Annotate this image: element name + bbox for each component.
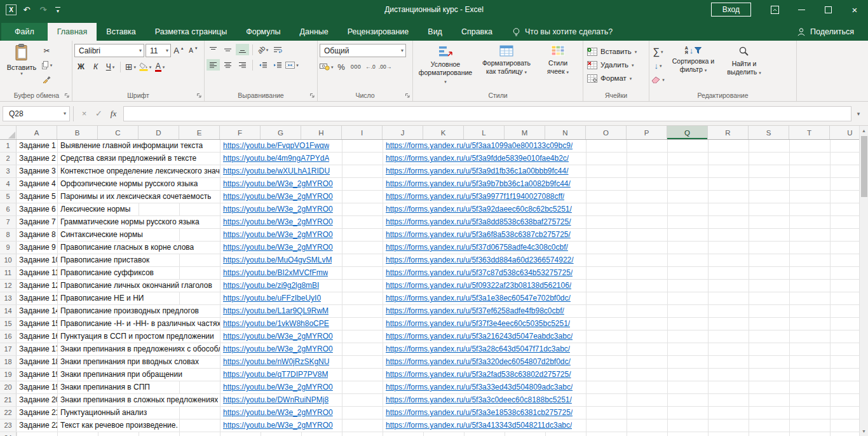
cell-video-link[interactable]: https://youtu.be/zi9g2lg8mBI [220,280,319,292]
cell-topic[interactable]: Правописание суффиксов [57,267,154,279]
sort-filter-button[interactable]: АЯ↓ Сортировка и фильтр ▾ [667,43,719,85]
cell-topic[interactable]: Грамматические нормы русского языка [57,216,200,228]
cell-video-link[interactable]: https://youtu.be/qT7DIP7PV8M [220,369,328,381]
cell-video-link[interactable]: https://youtu.be/MuO4gvSMLvM [220,254,332,266]
row-header-24[interactable]: 24 [0,432,17,436]
column-header-Q[interactable]: Q [667,126,708,139]
column-header-K[interactable]: K [423,126,464,139]
column-header-F[interactable]: F [220,126,261,139]
tab-home[interactable]: Главная [48,23,97,41]
cell-form-link[interactable]: https://forms.yandex.ru/u/5f363dd884a60d… [383,254,574,266]
cell-topic[interactable]: Знаки препинания при вводных словах [57,356,199,368]
cell-topic[interactable]: Правописание гласных в корне слова [57,242,194,254]
row-header-5[interactable]: 5 [0,191,17,203]
cell-topic[interactable]: Орфоэпические нормы русского языка [57,178,198,190]
share-button[interactable]: Поделиться [797,23,854,41]
cell-form-link[interactable]: https://forms.yandex.ru/u/5f3a9b7bb36c1a… [383,178,571,190]
cell-task[interactable]: Задание 10 [17,254,57,266]
column-header-M[interactable]: M [505,126,545,139]
font-name-select[interactable]: Calibri▾ [74,44,144,57]
row-header-6[interactable]: 6 [0,203,17,215]
tab-view[interactable]: Вид [418,23,452,41]
cell-task[interactable]: Задание 1 [17,140,56,152]
cell-task[interactable]: Задание 21 [17,407,57,419]
tab-formulas[interactable]: Формулы [236,23,290,41]
conditional-formatting-button[interactable]: Условное форматирование ▾ [415,43,476,90]
column-header-S[interactable]: S [749,126,789,139]
cell-video-link[interactable]: https://youtu.be/W3e_2gMYRO0 [220,191,333,203]
row-header-1[interactable]: 1 [0,140,17,152]
percent-style-button[interactable]: % [335,61,348,72]
cell-topic[interactable]: Знаки препинания при обращении [57,369,182,381]
row-header-3[interactable]: 3 [0,165,17,177]
row-header-18[interactable]: 18 [0,356,17,368]
borders-button[interactable]: ⊞▾ [124,61,137,72]
font-dialog-launcher[interactable] [196,93,202,99]
cell-topic[interactable]: Текст как речевое произведение. [57,419,178,432]
cell-video-link[interactable]: https://youtu.be/W3e_2gMYRO0 [220,178,333,190]
redo-button[interactable]: ↷ [37,5,50,15]
cell-topic[interactable]: Пунктуация в ССП и простом предложении [57,330,214,343]
cell-video-link[interactable]: https://youtu.be/nW0jRzSKgNU [220,356,329,368]
row-header-10[interactable]: 10 [0,254,17,266]
select-all-corner[interactable] [0,126,17,139]
cell-task[interactable]: Задание 15 [17,318,57,330]
vertical-scrollbar[interactable]: ▲ ▼ [859,126,868,436]
cell-form-link[interactable]: https://forms.yandex.ru/u/5f3a8dd8538c63… [383,216,571,228]
scroll-down-icon[interactable]: ▼ [862,426,866,436]
column-header-I[interactable]: I [342,126,383,139]
italic-button[interactable]: К [89,61,102,72]
cell-form-link[interactable]: https://forms.yandex.ru/u/5f3a9fdde5839e… [383,153,569,165]
cell-video-link[interactable]: https://youtu.be/wXULhA1RIDU [220,165,330,177]
cell-form-link[interactable]: https://forms.yandex.ru/u/5f3a3e18538c63… [383,407,573,419]
font-size-select[interactable]: 11▾ [146,44,171,57]
comma-style-button[interactable]: 000 [349,61,363,72]
cell-video-link[interactable]: https://youtu.be/BI2xMVCfFmw [220,267,328,279]
cell-topic[interactable]: Знаки препинания в сложных предложениях [57,394,218,406]
cell-task[interactable]: Задание 14 [17,305,57,317]
cell-topic[interactable]: Знаки препинания в предложениях с обособ… [57,343,220,355]
minimize-button[interactable] [788,0,815,19]
delete-cells-button[interactable]: Удалить▾ [587,59,645,71]
cell-form-link[interactable]: https://forms.yandex.ru/u/5f37f3e4eec60c… [383,318,570,330]
cell-video-link[interactable]: https://youtu.be/W3e_2gMYRO0 [220,242,333,254]
column-header-N[interactable]: N [545,126,586,139]
cell-topic[interactable]: Средства связи предложений в тексте [57,153,196,165]
column-header-P[interactable]: P [627,126,667,139]
cell-form-link[interactable]: https://forms.yandex.ru/u/5f3a3c0deec60c… [383,394,572,406]
format-as-table-button[interactable]: Форматировать как таблицу ▾ [476,43,537,90]
tab-review[interactable]: Рецензирование [338,23,419,41]
cell-styles-button[interactable]: Стили ячеек ▾ [537,43,579,90]
close-button[interactable]: × [841,0,868,19]
clear-button[interactable]: ▾ [651,74,665,85]
align-right-button[interactable] [236,59,249,71]
cancel-button[interactable]: × [77,109,92,118]
row-header-20[interactable]: 20 [0,381,17,393]
paste-button[interactable]: Вставить ▾ [3,43,40,90]
bold-button[interactable]: Ж [74,61,88,72]
cell-topic[interactable]: Правописание НЕ и НИ [57,292,144,304]
column-header-O[interactable]: O [586,126,627,139]
number-format-select[interactable]: Общий▾ [320,44,406,57]
cell-topic[interactable]: Знаки препинания в СПП [57,381,150,393]
cell-task[interactable]: Задание 19 [17,381,57,393]
column-header-A[interactable]: A [17,126,57,139]
cell-task[interactable]: Задание 11 [17,267,57,279]
column-header-L[interactable]: L [464,126,505,139]
format-painter-button[interactable] [40,73,53,85]
cell-video-link[interactable]: https://youtu.be/W3e_2gMYRO0 [220,419,333,432]
row-header-7[interactable]: 7 [0,216,17,228]
insert-cells-button[interactable]: Вставить▾ [587,46,645,57]
tab-data[interactable]: Данные [290,23,338,41]
cell-form-link[interactable]: https://forms.yandex.ru/u/5f3a413343d504… [383,419,572,432]
cell-video-link[interactable]: https://youtu.be/W3e_2gMYRO0 [220,229,333,241]
align-bottom-button[interactable] [236,44,249,55]
alignment-dialog-launcher[interactable] [309,93,315,99]
cell-video-link[interactable]: https://youtu.be/W3e_2gMYRO0 [220,330,333,343]
cell-form-link[interactable]: https://forms.yandex.ru/u/5f3a1e38ec6054… [383,292,571,304]
align-left-button[interactable] [207,59,220,71]
cell-video-link[interactable]: https://youtu.be/4m9ngA7PYdA [220,153,329,165]
orientation-button[interactable]: ab▾ [256,44,269,55]
cell-topic[interactable]: Выявление главной информации текста [57,140,203,152]
number-dialog-launcher[interactable] [405,93,410,99]
